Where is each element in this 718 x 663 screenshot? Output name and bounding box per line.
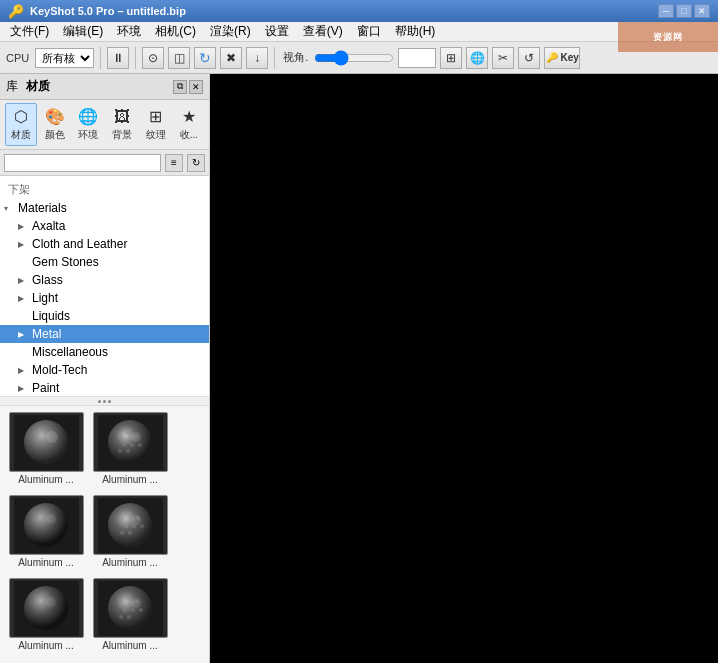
menu-camera[interactable]: 相机(C) [149,21,202,42]
tab-material-label: 材质 [11,128,31,142]
tree-label-mold-tech: Mold-Tech [32,363,87,377]
menu-bar: 文件(F) 编辑(E) 环境 相机(C) 渲染(R) 设置 查看(V) 窗口 帮… [0,22,718,42]
tree-item-axalta[interactable]: ▶ Axalta [0,217,209,235]
tree-item-gem-stones[interactable]: ▶ Gem Stones [0,253,209,271]
arrow-icon: ▶ [18,384,32,393]
close-button[interactable]: ✕ [694,4,710,18]
thumbnail-image-0 [9,412,84,472]
svg-point-27 [131,515,141,525]
pause-button[interactable]: ⏸ [107,47,129,69]
arrow-spacer: ▶ [18,312,32,321]
tree-item-miscellaneous[interactable]: ▶ Miscellaneous [0,343,209,361]
tree-item-metal[interactable]: ▶ Metal [0,325,209,343]
thumbnail-item-3[interactable]: Aluminum ... [90,495,170,574]
menu-render[interactable]: 渲染(R) [204,21,257,42]
svg-point-9 [130,443,134,447]
tree-item-paint[interactable]: ▶ Paint [0,379,209,396]
arrow-spacer: ▶ [18,348,32,357]
arrow-spacer: ▶ [18,258,32,267]
tab-color-label: 颜色 [45,128,65,142]
menu-view[interactable]: 查看(V) [297,21,349,42]
tab-material[interactable]: ⬡ 材质 [5,103,37,146]
thumbnail-item-4[interactable]: Aluminum ... [6,578,86,657]
menu-settings[interactable]: 设置 [259,21,295,42]
cpu-cores-select[interactable]: 所有核 [35,48,94,68]
library-label: 库 [6,78,18,95]
svg-point-8 [122,443,126,447]
thumbnail-label-3: Aluminum ... [93,557,168,568]
thumbnail-item-1[interactable]: Aluminum ... [90,412,170,491]
rotate-button[interactable]: ↺ [518,47,540,69]
tree-label-materials: Materials [18,201,67,215]
svg-point-33 [119,600,123,604]
tree-label-liquids: Liquids [32,309,70,323]
color-tab-icon: 🎨 [45,107,65,126]
tab-background[interactable]: 🖼 背景 [106,104,138,146]
grid-button[interactable]: ⊞ [440,47,462,69]
minimize-button[interactable]: ─ [658,4,674,18]
tree-label-paint: Paint [32,381,59,395]
panel-close-button[interactable]: ✕ [189,80,203,94]
keyshot-button[interactable]: 🔑 Key [544,47,580,69]
tree-item-light[interactable]: ▶ Light [0,289,209,307]
menu-help[interactable]: 帮助(H) [389,21,442,42]
scissor-button[interactable]: ✂ [492,47,514,69]
refresh-button[interactable]: ↻ [194,47,216,69]
menu-edit[interactable]: 编辑(E) [57,21,109,42]
svg-point-30 [46,597,56,607]
panel-header: 库 材质 ⧉ ✕ [0,74,209,100]
zoom-value-input[interactable]: 35.0 [398,48,436,68]
tree-label-miscellaneous: Miscellaneous [32,345,108,359]
svg-point-16 [46,514,56,524]
thumbnail-item-0[interactable]: Aluminum ... [6,412,86,491]
maximize-button[interactable]: □ [676,4,692,18]
tab-environment[interactable]: 🌐 环境 [72,103,104,146]
menu-window[interactable]: 窗口 [351,21,387,42]
svg-point-37 [131,608,135,612]
menu-environment[interactable]: 环境 [111,21,147,42]
divider [0,396,209,406]
panel-undock-button[interactable]: ⧉ [173,80,187,94]
search-refresh-button[interactable]: ↻ [187,154,205,172]
tree-label-glass: Glass [32,273,63,287]
cpu-label: CPU [4,52,31,64]
tree-area[interactable]: 下架 ▾ Materials ▶ Axalta ▶ Cloth and Leat… [0,176,209,396]
search-filter-button[interactable]: ≡ [165,154,183,172]
viewport[interactable] [210,74,718,663]
tree-item-cloth-leather[interactable]: ▶ Cloth and Leather [0,235,209,253]
thumbnail-item-5[interactable]: Aluminum ... [90,578,170,657]
globe-button[interactable]: 🌐 [466,47,488,69]
tree-item-materials[interactable]: ▾ Materials [0,199,209,217]
svg-point-39 [119,615,123,619]
tree-item-mold-tech[interactable]: ▶ Mold-Tech [0,361,209,379]
favorites-tab-icon: ★ [182,107,196,126]
render-button[interactable]: ◫ [168,47,190,69]
tab-texture[interactable]: ⊞ 纹理 [140,103,172,146]
down-button[interactable]: ↓ [246,47,268,69]
svg-point-10 [138,443,142,447]
toolbar-separator-3 [274,47,275,69]
svg-point-13 [131,432,141,442]
view-label: 视角. [281,50,310,65]
tree-item-liquids[interactable]: ▶ Liquids [0,307,209,325]
zoom-slider[interactable] [314,52,394,64]
tab-color[interactable]: 🎨 颜色 [39,103,71,146]
svg-point-12 [126,449,130,453]
thumbnail-item-2[interactable]: Aluminum ... [6,495,86,574]
svg-point-20 [128,512,132,516]
tree-label-metal: Metal [32,327,61,341]
panel-title: 材质 [26,78,50,95]
svg-point-15 [24,503,68,547]
menu-file[interactable]: 文件(F) [4,21,55,42]
search-input[interactable] [4,154,161,172]
thumbnail-image-5 [93,578,168,638]
move-button[interactable]: ✖ [220,47,242,69]
svg-point-26 [128,531,132,535]
svg-point-2 [46,431,58,443]
panel-header-left: 库 材质 [6,78,50,95]
tab-favorites[interactable]: ★ 收... [174,103,204,146]
tree-item-glass[interactable]: ▶ Glass [0,271,209,289]
arrow-icon: ▶ [18,294,32,303]
screenshot-button[interactable]: ⊙ [142,47,164,69]
window-controls: ─ □ ✕ [658,4,710,18]
